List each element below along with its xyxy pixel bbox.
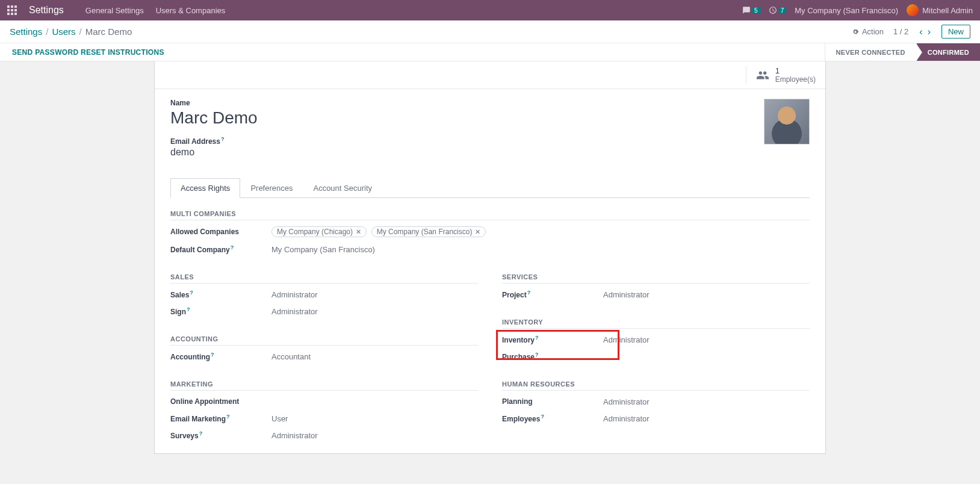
default-company-field[interactable]: My Company (San Francisco) (271, 245, 375, 254)
default-company-label: Default Company? (170, 244, 271, 254)
online-appointment-label: Online Appointment (170, 397, 271, 406)
action-dropdown[interactable]: Action (851, 27, 884, 36)
control-panel: Settings / Users / Marc Demo Action 1 / … (0, 20, 980, 43)
breadcrumb-settings[interactable]: Settings (10, 26, 42, 37)
sign-label: Sign? (170, 306, 271, 316)
menu-users-companies[interactable]: Users & Companies (156, 6, 226, 15)
highlight-box (496, 330, 619, 360)
section-sales: SALES (170, 273, 478, 284)
help-icon[interactable]: ? (190, 290, 193, 296)
chat-icon (742, 6, 751, 14)
tab-preferences[interactable]: Preferences (240, 178, 303, 198)
section-inventory: INVENTORY (502, 318, 810, 329)
tab-access-rights[interactable]: Access Rights (170, 178, 240, 198)
menu-general-settings[interactable]: General Settings (85, 6, 144, 15)
email-field[interactable]: demo (170, 147, 764, 158)
breadcrumb-current: Marc Demo (85, 26, 132, 37)
pager-next[interactable]: › (926, 26, 932, 37)
pager-count[interactable]: 1 / 2 (893, 27, 908, 36)
section-marketing: MARKETING (170, 380, 478, 391)
surveys-field[interactable]: Administrator (271, 431, 318, 440)
email-marketing-label: Email Marketing? (170, 414, 271, 423)
user-photo[interactable] (764, 99, 810, 144)
user-menu[interactable]: Mitchell Admin (907, 4, 973, 16)
section-hr: HUMAN RESOURCES (502, 380, 810, 391)
employees-stat-button[interactable]: 1 Employee(s) (746, 66, 816, 84)
help-icon[interactable]: ? (199, 430, 203, 436)
accounting-label: Accounting? (170, 352, 271, 361)
breadcrumb-users[interactable]: Users (52, 26, 75, 37)
help-icon[interactable]: ? (527, 290, 531, 296)
remove-tag-icon[interactable]: ✕ (475, 228, 480, 236)
surveys-label: Surveys? (170, 430, 271, 440)
statusbar: SEND PASSWORD RESET INSTRUCTIONS NEVER C… (0, 43, 980, 61)
new-button[interactable]: New (941, 25, 970, 39)
form-sheet: 1 Employee(s) Name Marc Demo Email Addre… (154, 61, 826, 454)
clock-icon (769, 6, 777, 14)
pager-prev[interactable]: ‹ (918, 26, 923, 37)
planning-label: Planning (502, 397, 603, 406)
messages-button[interactable]: 5 (742, 6, 760, 14)
planning-field[interactable]: Administrator (603, 397, 650, 406)
employees-field[interactable]: Administrator (603, 414, 650, 423)
users-icon (756, 69, 769, 82)
name-field[interactable]: Marc Demo (170, 108, 764, 128)
help-icon[interactable]: ? (541, 414, 544, 420)
breadcrumb: Settings / Users / Marc Demo (10, 26, 132, 37)
name-label: Name (170, 99, 764, 107)
email-label: Email Address? (170, 136, 764, 146)
tab-account-security[interactable]: Account Security (303, 178, 382, 198)
topbar: Settings General Settings Users & Compan… (0, 0, 980, 20)
section-accounting: ACCOUNTING (170, 335, 478, 346)
send-password-reset-button[interactable]: SEND PASSWORD RESET INSTRUCTIONS (12, 48, 164, 57)
company-selector[interactable]: My Company (San Francisco) (795, 6, 898, 15)
section-multi-companies: MULTI COMPANIES (170, 210, 810, 220)
allowed-companies-field[interactable]: My Company (Chicago)✕ My Company (San Fr… (271, 226, 488, 237)
allowed-companies-label: Allowed Companies (170, 228, 271, 236)
app-title[interactable]: Settings (29, 5, 64, 16)
company-tag[interactable]: My Company (Chicago)✕ (271, 226, 367, 237)
tabs: Access Rights Preferences Account Securi… (170, 178, 810, 198)
company-tag[interactable]: My Company (San Francisco)✕ (371, 226, 486, 237)
help-icon[interactable]: ? (221, 136, 225, 142)
sign-field[interactable]: Administrator (271, 307, 318, 316)
help-icon[interactable]: ? (231, 244, 234, 250)
remove-tag-icon[interactable]: ✕ (356, 228, 361, 236)
employees-label: Employees? (502, 414, 603, 423)
accounting-field[interactable]: Accountant (271, 352, 311, 361)
help-icon[interactable]: ? (187, 306, 190, 312)
help-icon[interactable]: ? (226, 414, 230, 420)
section-services: SERVICES (502, 273, 810, 284)
activities-button[interactable]: 7 (769, 6, 787, 14)
apps-icon[interactable] (7, 5, 17, 15)
project-field[interactable]: Administrator (603, 290, 650, 299)
project-label: Project? (502, 290, 603, 299)
email-marketing-field[interactable]: User (271, 414, 288, 423)
gear-icon (851, 28, 860, 36)
user-avatar-icon (907, 4, 919, 16)
help-icon[interactable]: ? (211, 352, 214, 358)
sales-field[interactable]: Administrator (271, 290, 318, 299)
sales-label: Sales? (170, 290, 271, 299)
status-never-connected[interactable]: NEVER CONNECTED (825, 43, 916, 61)
status-confirmed[interactable]: CONFIRMED (916, 43, 980, 61)
